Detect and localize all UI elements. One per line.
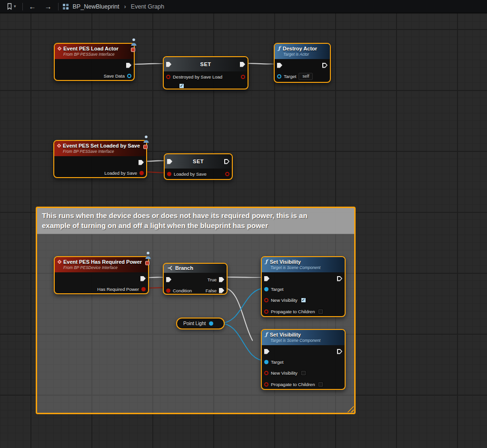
- pin-label: New Visibility: [271, 370, 298, 376]
- propagate-pin[interactable]: [264, 382, 268, 387]
- condition-pin[interactable]: [166, 289, 170, 293]
- pin-label: Target: [271, 359, 283, 365]
- node-subtitle: From BP PESDevice Interface: [63, 265, 145, 270]
- node-subtitle: Target is Scene Component: [270, 265, 341, 270]
- has-required-power-pin[interactable]: [141, 287, 146, 291]
- node-title: SET: [165, 159, 232, 164]
- pin-label: Destroyed by Save Load: [173, 74, 222, 80]
- exec-in-pin[interactable]: [166, 277, 171, 282]
- event-icon: [57, 144, 61, 148]
- pin-label: Propagate to Children: [271, 309, 315, 314]
- node-subtitle: Target is Scene Component: [270, 338, 341, 343]
- false-exec-pin[interactable]: [219, 288, 224, 293]
- blueprint-editor: ▾ ← → BP_NewBlueprint › Event Graph This…: [0, 0, 487, 448]
- new-visibility-pin[interactable]: [264, 298, 268, 302]
- target-pin[interactable]: [264, 360, 268, 364]
- back-arrow-icon: ←: [29, 3, 36, 10]
- forward-button[interactable]: →: [42, 2, 54, 11]
- exec-out-pin[interactable]: [126, 63, 131, 68]
- pin-label: New Visibility: [271, 298, 298, 303]
- pin-label: Loaded by Save: [174, 171, 207, 177]
- true-exec-pin[interactable]: [219, 277, 224, 282]
- target-value-box[interactable]: self: [298, 73, 313, 80]
- target-pin[interactable]: [277, 74, 281, 79]
- node-header: ƒ Set Visibility Target is Scene Compone…: [262, 330, 345, 345]
- comment-title[interactable]: This runs when the device does or does n…: [37, 208, 354, 234]
- node-header: SET: [164, 57, 248, 71]
- breadcrumb-graph[interactable]: Event Graph: [131, 3, 164, 10]
- toolbar-separator: [58, 3, 59, 10]
- exec-out-pin[interactable]: [322, 63, 328, 68]
- breadcrumb-chevron: ›: [123, 3, 127, 10]
- function-icon: ƒ: [265, 259, 268, 264]
- back-button[interactable]: ←: [27, 2, 39, 11]
- node-event-pes-set-loaded-by-save[interactable]: Event PES Set Loaded by Save From BP PES…: [53, 140, 147, 178]
- propagate-checkbox[interactable]: [318, 309, 323, 314]
- pin-label: Save Data: [104, 73, 125, 79]
- exec-out-pin[interactable]: [139, 160, 144, 165]
- pin-label: Target: [271, 287, 283, 292]
- bool-out-pin[interactable]: [225, 172, 229, 176]
- check-icon: ✓: [180, 83, 184, 88]
- pin-label: True: [208, 277, 217, 282]
- chevron-down-icon: ▾: [14, 4, 16, 9]
- function-icon: ƒ: [278, 46, 280, 51]
- loaded-by-save-pin[interactable]: [139, 171, 144, 175]
- node-title: Event PES Set Loaded by Save: [63, 143, 140, 149]
- exec-out-pin[interactable]: [337, 349, 342, 354]
- node-set-visibility-1[interactable]: ƒ Set Visibility Target is Scene Compone…: [261, 256, 346, 317]
- check-icon: ✓: [302, 298, 306, 302]
- exec-out-pin[interactable]: [337, 276, 342, 281]
- exec-in-pin[interactable]: [264, 276, 269, 281]
- node-set-loaded-by-save[interactable]: SET Loaded by Save: [164, 153, 233, 180]
- new-visibility-checkbox[interactable]: ✓: [301, 298, 306, 303]
- point-light-out-pin[interactable]: [209, 321, 213, 326]
- node-header: Event PES Set Loaded by Save From BP PES…: [54, 141, 146, 156]
- node-event-pes-has-required-power[interactable]: Event PES Has Required Power From BP PES…: [54, 256, 149, 294]
- node-set-destroyed-by-save-load[interactable]: SET Destroyed by Save Load ✓: [163, 56, 248, 90]
- node-title: Event PES Has Required Power: [63, 259, 142, 265]
- comment-resize-handle[interactable]: [347, 406, 354, 412]
- new-visibility-checkbox[interactable]: [301, 370, 306, 376]
- interface-event-icon: [143, 145, 148, 149]
- node-subtitle: From BP PESSave Interface: [63, 149, 143, 154]
- propagate-pin[interactable]: [264, 309, 268, 314]
- save-data-pin[interactable]: [127, 74, 131, 78]
- bookmark-icon: [6, 3, 13, 10]
- exec-out-pin[interactable]: [140, 276, 146, 281]
- bool-in-pin[interactable]: [167, 172, 171, 176]
- node-set-visibility-2[interactable]: ƒ Set Visibility Target is Scene Compone…: [261, 329, 346, 390]
- node-destroy-actor[interactable]: ƒ Destroy Actor Target is Actor Target s…: [274, 43, 331, 83]
- node-header: Event PES Load Actor From BP PESSave Int…: [55, 44, 134, 59]
- bookmark-button[interactable]: ▾: [4, 2, 19, 11]
- actor-class-icon: [144, 251, 152, 261]
- toolbar-separator: [22, 3, 23, 10]
- node-subtitle: Target is Actor: [283, 52, 327, 57]
- exec-in-pin[interactable]: [264, 349, 269, 354]
- branch-icon: [167, 265, 173, 271]
- interface-event-icon: [131, 48, 135, 52]
- pin-label: Has Required Power: [97, 287, 139, 292]
- variable-label: Point Light: [183, 321, 206, 326]
- exec-in-pin[interactable]: [277, 63, 282, 68]
- forward-arrow-icon: →: [45, 3, 52, 10]
- value-checkbox[interactable]: ✓: [179, 83, 184, 89]
- node-header: ƒ Set Visibility Target is Scene Compone…: [262, 257, 345, 272]
- node-header: ƒ Destroy Actor Target is Actor: [275, 44, 330, 59]
- bool-in-pin[interactable]: [166, 75, 170, 79]
- event-icon: [58, 260, 61, 264]
- node-header: Event PES Has Required Power From BP PES…: [55, 257, 148, 272]
- node-event-pes-load-actor[interactable]: Event PES Load Actor From BP PESSave Int…: [54, 43, 135, 81]
- bool-out-pin[interactable]: [241, 75, 245, 79]
- propagate-checkbox[interactable]: [318, 382, 323, 387]
- breadcrumb-blueprint[interactable]: BP_NewBlueprint: [73, 3, 119, 10]
- target-pin[interactable]: [264, 287, 268, 291]
- new-visibility-pin[interactable]: [264, 371, 268, 375]
- actor-class-icon: [130, 38, 138, 48]
- pin-label: Propagate to Children: [271, 382, 315, 387]
- node-point-light[interactable]: Point Light: [176, 318, 225, 329]
- blueprint-graph-icon: [62, 3, 69, 10]
- pin-label: Loaded by Save: [104, 170, 137, 176]
- actor-class-icon: [142, 135, 150, 145]
- node-branch[interactable]: Branch True Condition False: [163, 263, 228, 295]
